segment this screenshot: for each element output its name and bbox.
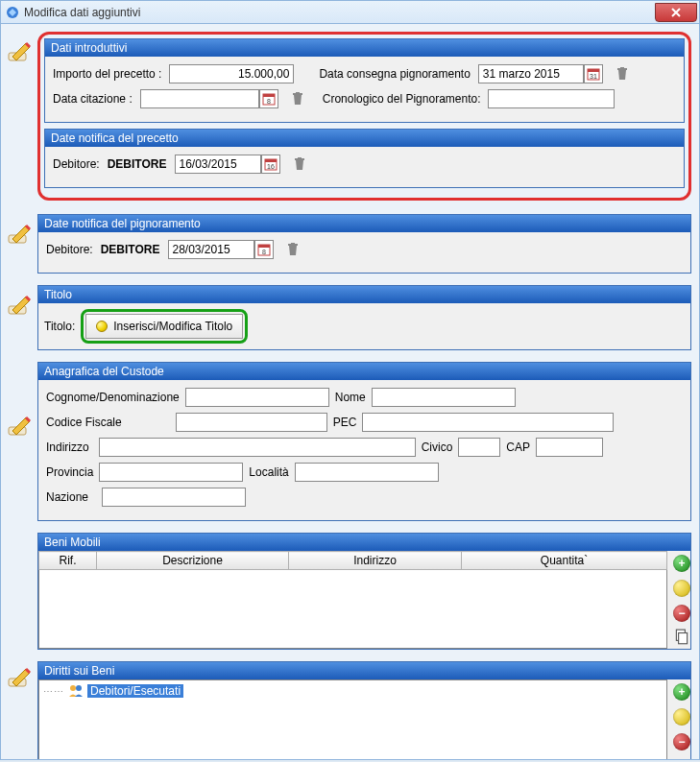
people-icon: [68, 684, 84, 698]
svg-rect-26: [679, 633, 688, 644]
data-citazione-input[interactable]: [140, 89, 259, 108]
trash-precetto[interactable]: [292, 155, 307, 174]
panel-dati-introduttivi: Dati introduttivi Importo del precetto :…: [44, 38, 685, 123]
trash-icon: [292, 92, 303, 106]
panel-header-beni-mobili: Beni Mobili: [38, 534, 690, 551]
data-consegna-input[interactable]: [478, 64, 584, 83]
trash-pignoramento[interactable]: [285, 240, 301, 259]
panel-beni-mobili: Beni Mobili Rif. Descrizione Indirizzo Q…: [37, 533, 691, 650]
add-beni-button[interactable]: +: [673, 555, 690, 572]
edit-custode-icon[interactable]: [5, 410, 34, 439]
calendar-button-precetto[interactable]: 16: [261, 155, 280, 174]
copy-icon: [673, 629, 690, 646]
trash-consegna[interactable]: [615, 64, 630, 83]
app-icon: [5, 5, 20, 20]
edit-diritti-icon[interactable]: [5, 661, 34, 690]
panel-header-dati-introduttivi: Dati introduttivi: [45, 39, 684, 57]
pec-input[interactable]: [362, 413, 614, 432]
importo-label: Importo del precetto :: [53, 67, 161, 81]
date-pignoramento-input[interactable]: [168, 240, 254, 259]
svg-rect-8: [263, 94, 275, 97]
calendar-button-consegna[interactable]: 31: [584, 64, 603, 83]
debitore-name-pignoramento: DEBITORE: [101, 243, 160, 256]
svg-rect-3: [588, 69, 599, 72]
col-rif: Rif.: [39, 552, 97, 570]
svg-rect-22: [291, 243, 295, 244]
cf-input[interactable]: [176, 413, 327, 432]
date-precetto-input[interactable]: [175, 155, 261, 174]
svg-rect-21: [288, 244, 298, 246]
provincia-label: Provincia: [46, 465, 93, 479]
beni-mobili-grid-body[interactable]: [38, 570, 667, 649]
calendar-icon: 31: [587, 67, 600, 81]
titolo-button-label: Inserisci/Modifica Titolo: [113, 320, 232, 333]
edit-notifica-pignoramento-icon[interactable]: [5, 218, 34, 247]
cap-label: CAP: [506, 441, 530, 454]
cronologico-label: Cronologico del Pignoramento:: [323, 92, 481, 106]
cognome-input[interactable]: [185, 388, 329, 407]
edit-diritti-button[interactable]: [673, 708, 690, 726]
edit-dati-introduttivi-icon[interactable]: [5, 36, 34, 64]
panel-diritti: Diritti sui Beni ⋯⋯ Debitori/Esecutati: [37, 661, 691, 760]
panel-header-titolo: Titolo: [38, 286, 690, 303]
edit-titolo-icon[interactable]: [5, 289, 34, 318]
beni-mobili-table[interactable]: Rif. Descrizione Indirizzo Quantita`: [38, 551, 667, 570]
calendar-button-citazione[interactable]: 8: [259, 89, 278, 108]
svg-rect-6: [620, 67, 624, 68]
panel-titolo: Titolo Titolo: Inserisci/Modifica Titolo: [37, 285, 691, 350]
cf-label: Codice Fiscale: [46, 416, 122, 429]
trash-icon: [294, 157, 305, 171]
remove-beni-button[interactable]: −: [673, 605, 690, 622]
trash-icon: [616, 67, 628, 81]
panel-notifica-pignoramento: Date notifica del pignoramento Debitore:…: [37, 214, 691, 274]
civico-label: Civico: [422, 441, 453, 454]
cap-input[interactable]: [536, 438, 603, 457]
window-title: Modifica dati aggiuntivi: [24, 6, 140, 19]
nazione-label: Nazione: [46, 490, 88, 504]
calendar-button-pignoramento[interactable]: 8: [254, 240, 274, 259]
svg-rect-5: [617, 68, 627, 70]
provincia-input[interactable]: [99, 463, 243, 482]
indirizzo-input[interactable]: [99, 438, 416, 457]
add-diritti-button[interactable]: +: [673, 683, 690, 701]
titolo-label: Titolo:: [44, 320, 75, 333]
svg-rect-16: [298, 157, 302, 158]
cognome-label: Cognome/Denominazione: [46, 391, 180, 404]
trash-icon: [287, 243, 299, 256]
svg-rect-11: [296, 92, 300, 93]
nazione-input[interactable]: [102, 488, 246, 507]
importo-input[interactable]: [169, 64, 294, 83]
panel-header-notifica-pignoramento: Date notifica del pignoramento: [38, 215, 690, 232]
svg-rect-10: [293, 93, 302, 95]
localita-label: Località: [249, 465, 288, 479]
nome-label: Nome: [335, 391, 366, 404]
status-dot-icon: [96, 321, 108, 332]
inserisci-modifica-titolo-button[interactable]: Inserisci/Modifica Titolo: [85, 314, 243, 339]
pec-label: PEC: [333, 416, 357, 429]
civico-input[interactable]: [458, 438, 500, 457]
trash-citazione[interactable]: [290, 89, 305, 108]
panel-notifica-precetto: Date notifica del precetto Debitore: DEB…: [44, 129, 685, 188]
panel-header-diritti: Diritti sui Beni: [38, 662, 690, 679]
nome-input[interactable]: [372, 388, 516, 407]
tree-node-debitori[interactable]: ⋯⋯ Debitori/Esecutati: [43, 684, 663, 698]
calendar-icon: 8: [262, 92, 276, 106]
debitore-name-precetto: DEBITORE: [108, 157, 167, 171]
svg-point-29: [76, 685, 82, 691]
diritti-tree[interactable]: ⋯⋯ Debitori/Esecutati: [38, 679, 667, 760]
svg-rect-15: [295, 158, 304, 160]
copy-beni-button[interactable]: [673, 630, 690, 645]
close-button[interactable]: [655, 3, 697, 22]
col-quantita: Quantita`: [462, 552, 667, 570]
panel-custode: Anagrafica del Custode Cognome/Denominaz…: [37, 362, 691, 521]
localita-input[interactable]: [295, 463, 439, 482]
svg-text:8: 8: [262, 249, 266, 255]
calendar-icon: 16: [264, 157, 278, 171]
edit-beni-button[interactable]: [673, 580, 690, 597]
tree-node-label: Debitori/Esecutati: [87, 684, 183, 698]
cronologico-input[interactable]: [488, 89, 615, 108]
remove-diritti-button[interactable]: −: [673, 733, 690, 750]
svg-text:8: 8: [267, 98, 271, 105]
calendar-icon: 8: [257, 243, 271, 256]
panel-header-notifica-precetto: Date notifica del precetto: [45, 130, 684, 147]
